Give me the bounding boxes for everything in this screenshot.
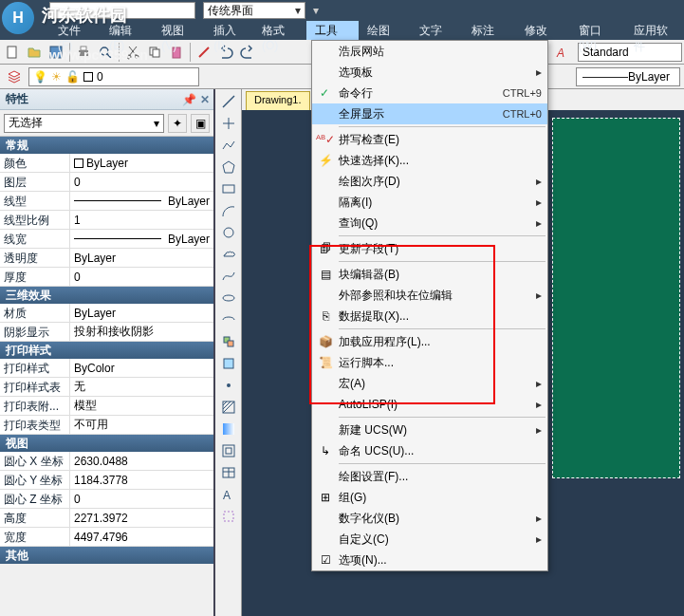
prop-pstyletype[interactable]: 打印表类型不可用 (0, 416, 213, 435)
revcloud-icon[interactable] (217, 244, 240, 265)
menu-namedues[interactable]: ↳命名 UCS(U)... (312, 440, 547, 461)
menu-haochen-site[interactable]: 浩辰网站 (312, 41, 547, 62)
menu-insert[interactable]: 插入(I) (205, 21, 253, 40)
menu-options[interactable]: ☑选项(N)... (312, 550, 547, 570)
menu-runscript[interactable]: 📜运行脚本... (312, 352, 547, 373)
menu-loadapp[interactable]: 📦加载应用程序(L)... (312, 331, 547, 352)
ucs-icon: ↳ (312, 444, 339, 457)
prop-linetype[interactable]: 线型ByLayer (0, 192, 213, 211)
addselected-icon[interactable] (217, 506, 240, 527)
menu-updatefield[interactable]: 🗐更新字段(T) (312, 238, 547, 259)
prop-width[interactable]: 宽度4497.4796 (0, 528, 213, 547)
redo-icon[interactable] (237, 42, 258, 63)
prop-pstyletable[interactable]: 打印样式表无 (0, 378, 213, 397)
menu-draworder[interactable]: 绘图次序(D)▸ (312, 171, 547, 192)
menu-spellcheck[interactable]: ᴬᴮ✓拼写检查(E) (312, 129, 547, 150)
circle-icon[interactable] (217, 222, 240, 243)
svg-line-12 (223, 96, 234, 107)
ui-style-dropdown[interactable]: 传统界面▾ (203, 2, 305, 19)
svg-rect-27 (223, 423, 234, 435)
menu-blockedit[interactable]: ▤块编辑器(B) (312, 264, 547, 285)
menu-fullscreen[interactable]: 全屏显示CTRL+0 (312, 103, 547, 124)
block-icon[interactable] (217, 353, 240, 374)
svg-line-24 (223, 401, 227, 405)
tab-drawing1[interactable]: Drawing1. (246, 91, 310, 110)
quickselect-icon[interactable]: ✦ (168, 114, 187, 133)
svg-rect-0 (8, 47, 16, 58)
bylayer-select[interactable]: ———— ByLayer (576, 67, 680, 86)
menu-edit[interactable]: 编辑(E) (101, 21, 153, 40)
prop-centerz[interactable]: 圆心 Z 坐标0 (0, 490, 213, 509)
cut-icon[interactable] (122, 42, 143, 63)
prop-pstyle[interactable]: 打印样式ByColor (0, 359, 213, 378)
polyline-icon[interactable] (217, 135, 240, 156)
textstyle-icon[interactable]: A (552, 42, 573, 63)
layers-icon[interactable] (4, 66, 25, 87)
selection-rectangle (552, 118, 680, 478)
open-icon[interactable] (24, 42, 45, 63)
menu-draw[interactable]: 绘图(D) (359, 21, 412, 40)
menu-tools[interactable]: 工具(T) (306, 21, 358, 40)
table-icon[interactable] (217, 462, 240, 483)
menu-autolisp[interactable]: AutoLISP(I)▸ (312, 394, 547, 415)
prop-pstyleattach[interactable]: 打印表附...模型 (0, 397, 213, 416)
menu-file[interactable]: 文件(F) (49, 21, 101, 40)
menu-cmdline[interactable]: 命令行CTRL+9 (312, 83, 547, 103)
pin-icon[interactable]: 📌 (182, 93, 196, 106)
top-search-input[interactable] (49, 2, 195, 19)
menu-text[interactable]: 文字(X) (411, 21, 463, 40)
point-icon[interactable] (217, 375, 240, 396)
menu-dataextract[interactable]: ⎘数据提取(X)... (312, 306, 547, 327)
ellipse-icon[interactable] (217, 288, 240, 308)
selection-dropdown[interactable]: 无选择▾ (4, 114, 164, 133)
menu-macro[interactable]: 宏(A)▸ (312, 373, 547, 394)
pickadd-icon[interactable]: ▣ (191, 114, 210, 133)
rectangle-icon[interactable] (217, 178, 240, 199)
prop-transparency[interactable]: 透明度ByLayer (0, 249, 213, 268)
close-icon[interactable]: ✕ (200, 93, 210, 106)
hatch-icon[interactable] (217, 397, 240, 418)
menu-drawsettings[interactable]: 绘图设置(F)... (312, 466, 547, 487)
svg-point-18 (223, 295, 234, 301)
menu-query[interactable]: 查询(Q)▸ (312, 213, 547, 233)
menu-tablet[interactable]: 数字化仪(B)▸ (312, 508, 547, 529)
prop-centery[interactable]: 圆心 Y 坐标1184.3778 (0, 471, 213, 490)
menu-palettes[interactable]: 选项板▸ (312, 62, 547, 83)
new-icon[interactable] (2, 42, 23, 63)
gradient-icon[interactable] (217, 419, 240, 439)
layer-select[interactable]: 💡 ☀ 🔓 0 (28, 67, 199, 86)
prop-height[interactable]: 高度2271.3972 (0, 509, 213, 528)
menu-annotate[interactable]: 标注(N) (463, 21, 516, 40)
menu-format[interactable]: 格式(O) (253, 21, 306, 40)
prop-lineweight[interactable]: 线宽ByLayer (0, 230, 213, 249)
prop-ltscale[interactable]: 线型比例1 (0, 211, 213, 230)
menu-isolate[interactable]: 隔离(I)▸ (312, 192, 547, 213)
menu-newucs[interactable]: 新建 UCS(W)▸ (312, 420, 547, 440)
polygon-icon[interactable] (217, 157, 240, 177)
ray-icon[interactable] (217, 113, 240, 134)
ellipsearc-icon[interactable] (217, 309, 240, 330)
svg-line-25 (223, 401, 231, 409)
region-icon[interactable] (217, 440, 240, 461)
prop-thickness[interactable]: 厚度0 (0, 268, 213, 287)
prop-color[interactable]: 颜色ByLayer (0, 154, 213, 173)
menu-quickselect[interactable]: ⚡快速选择(K)... (312, 150, 547, 171)
arc-icon[interactable] (217, 200, 240, 221)
menu-xrefedit[interactable]: 外部参照和块在位编辑▸ (312, 285, 547, 306)
menu-view[interactable]: 视图(V) (153, 21, 205, 40)
menu-customize[interactable]: 自定义(C)▸ (312, 529, 547, 550)
spline-icon[interactable] (217, 266, 240, 287)
match-icon[interactable] (194, 42, 214, 63)
line-icon[interactable] (217, 91, 240, 112)
prop-layer[interactable]: 图层0 (0, 173, 213, 192)
prop-shadow[interactable]: 阴影显示投射和接收阴影 (0, 323, 213, 342)
menu-modify[interactable]: 修改(M) (516, 21, 570, 40)
insert-icon[interactable] (217, 331, 240, 352)
prop-centerx[interactable]: 圆心 X 坐标2630.0488 (0, 452, 213, 471)
print-icon[interactable] (73, 42, 94, 63)
prop-material[interactable]: 材质ByLayer (0, 304, 213, 323)
menu-app[interactable]: 应用软件 (625, 21, 684, 40)
menu-group[interactable]: ⊞组(G) (312, 487, 547, 508)
mtext-icon[interactable]: A (217, 484, 240, 505)
menu-window[interactable]: 窗口(W) (570, 21, 625, 40)
